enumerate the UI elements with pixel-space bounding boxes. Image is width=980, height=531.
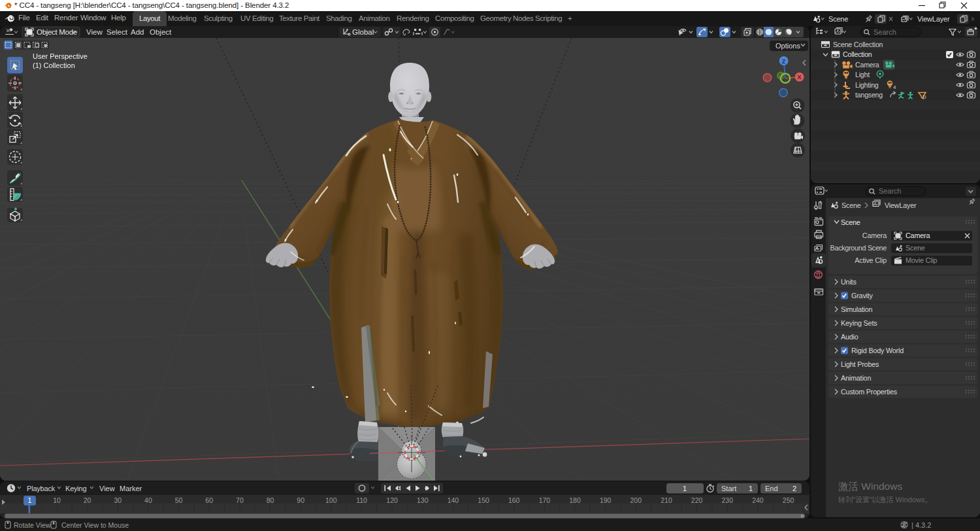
svg-text:30: 30 (114, 496, 122, 504)
svg-text:Light: Light (855, 71, 870, 78)
svg-text:Collection: Collection (843, 50, 872, 58)
svg-text:240: 240 (752, 496, 764, 504)
svg-text:50: 50 (175, 496, 183, 504)
svg-text:210: 210 (661, 496, 672, 504)
svg-text:Playback: Playback (27, 485, 56, 492)
svg-text:Active Clip: Active Clip (855, 256, 887, 264)
svg-text:Scene: Scene (906, 244, 925, 252)
svg-text:Light Probes: Light Probes (841, 360, 879, 368)
svg-text:Center View to Mouse: Center View to Mouse (61, 521, 129, 529)
svg-text:Scene Collection: Scene Collection (833, 41, 883, 48)
svg-text:tangseng: tangseng (855, 91, 883, 99)
svg-text:180: 180 (569, 496, 581, 504)
svg-text:Search: Search (874, 28, 896, 36)
svg-text:230: 230 (722, 496, 734, 504)
svg-text:10: 10 (53, 496, 61, 504)
svg-text:Simulation: Simulation (841, 305, 873, 313)
svg-text:Rigid Body World: Rigid Body World (851, 347, 904, 354)
svg-text:Rotate View: Rotate View (14, 521, 51, 529)
svg-text:Options: Options (776, 42, 800, 50)
svg-text:1: 1 (683, 485, 687, 492)
svg-text:Scene: Scene (841, 218, 860, 226)
svg-text:Scene: Scene (828, 15, 848, 23)
svg-text:Search: Search (879, 187, 901, 195)
svg-text:View: View (99, 485, 115, 492)
svg-text:User Perspective: User Perspective (33, 52, 88, 60)
svg-text:160: 160 (508, 496, 520, 504)
svg-text:转到"设置"以激活 Windows。: 转到"设置"以激活 Windows。 (838, 496, 932, 504)
svg-text:60: 60 (205, 496, 213, 504)
svg-text:Background Scene: Background Scene (830, 244, 887, 252)
svg-text:170: 170 (539, 496, 551, 504)
svg-text:View: View (86, 28, 103, 36)
svg-text:ViewLayer: ViewLayer (917, 15, 950, 23)
svg-text:190: 190 (600, 496, 612, 504)
svg-text:110: 110 (356, 496, 367, 504)
svg-text:Units: Units (841, 278, 857, 286)
svg-text:Camera: Camera (906, 231, 930, 239)
svg-text:0: 0 (923, 94, 926, 100)
svg-text:80: 80 (267, 496, 274, 504)
svg-text:40: 40 (144, 496, 152, 504)
svg-text:140: 140 (448, 496, 459, 504)
svg-text:Select: Select (106, 28, 128, 36)
svg-text:激活 Windows: 激活 Windows (838, 481, 902, 492)
svg-text:90: 90 (297, 496, 304, 504)
svg-text:Z: Z (782, 58, 786, 65)
svg-text:Gravity: Gravity (851, 292, 874, 300)
svg-text:Object: Object (150, 28, 172, 36)
svg-text:200: 200 (630, 496, 642, 504)
svg-text:1: 1 (749, 485, 753, 492)
svg-text:Keying Sets: Keying Sets (841, 319, 877, 327)
svg-text:Audio: Audio (841, 333, 858, 341)
svg-text:| 4.3.2: | 4.3.2 (911, 521, 931, 529)
svg-text:Lighting: Lighting (855, 81, 879, 89)
svg-text:100: 100 (325, 496, 337, 504)
svg-text:End: End (765, 485, 778, 492)
svg-text:Start: Start (721, 485, 736, 492)
svg-text:Add: Add (131, 28, 144, 36)
svg-text:X: X (798, 74, 802, 80)
svg-text:Custom Properties: Custom Properties (841, 388, 898, 396)
svg-text:Keying: Keying (65, 485, 87, 492)
svg-text:4: 4 (893, 84, 896, 90)
svg-text:220: 220 (691, 496, 703, 504)
svg-text:Marker: Marker (120, 485, 142, 492)
svg-text:Camera: Camera (862, 231, 887, 239)
svg-text:Camera: Camera (855, 61, 879, 69)
svg-text:2: 2 (792, 485, 796, 492)
svg-text:150: 150 (478, 496, 489, 504)
svg-text:Object Mode: Object Mode (37, 28, 77, 36)
svg-text:(1) Collection: (1) Collection (33, 61, 75, 69)
svg-text:130: 130 (417, 496, 429, 504)
svg-text:ViewLayer: ViewLayer (885, 201, 917, 209)
svg-text:Global: Global (352, 28, 374, 36)
svg-text:20: 20 (84, 496, 91, 504)
svg-text:250: 250 (783, 496, 794, 504)
svg-text:Animation: Animation (841, 374, 871, 382)
svg-text:70: 70 (236, 496, 244, 504)
svg-text:Movie Clip: Movie Clip (906, 256, 938, 264)
svg-text:Scene: Scene (841, 201, 861, 209)
svg-text:1: 1 (28, 496, 32, 504)
svg-text:120: 120 (386, 496, 398, 504)
